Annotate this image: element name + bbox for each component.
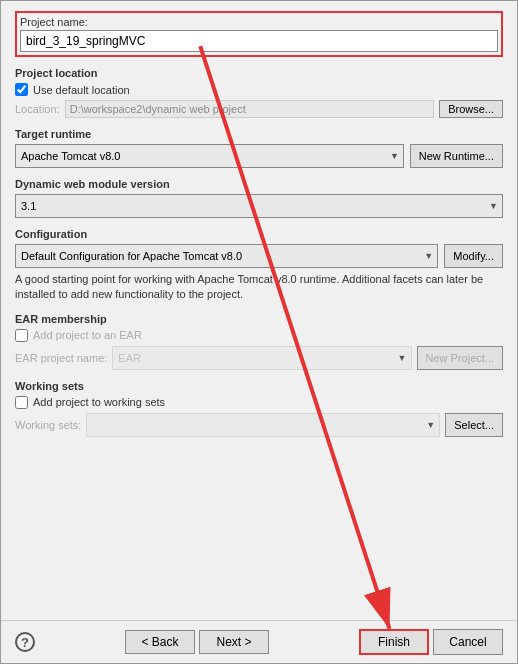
next-button[interactable]: Next >: [199, 630, 269, 654]
location-row: Location: Browse...: [15, 100, 503, 118]
location-input: [65, 100, 434, 118]
action-buttons: Finish Cancel: [359, 629, 503, 655]
dynamic-web-module-title: Dynamic web module version: [15, 178, 503, 190]
ear-membership-title: EAR membership: [15, 313, 503, 325]
add-to-working-sets-row: Add project to working sets: [15, 396, 503, 409]
config-description: A good starting point for working with A…: [15, 272, 503, 303]
target-runtime-title: Target runtime: [15, 128, 503, 140]
project-name-input[interactable]: [20, 30, 498, 52]
new-project-button[interactable]: New Project...: [417, 346, 503, 370]
dialog-buttons: ? < Back Next > Finish Cancel: [1, 620, 517, 663]
configuration-select[interactable]: Default Configuration for Apache Tomcat …: [15, 244, 438, 268]
project-location-section: Project location Use default location Lo…: [15, 67, 503, 118]
use-default-location-checkbox[interactable]: [15, 83, 28, 96]
browse-button[interactable]: Browse...: [439, 100, 503, 118]
cancel-button[interactable]: Cancel: [433, 629, 503, 655]
configuration-title: Configuration: [15, 228, 503, 240]
configuration-select-wrapper: Default Configuration for Apache Tomcat …: [15, 244, 438, 268]
new-dynamic-web-project-dialog: Project name: Project location Use defau…: [0, 0, 518, 664]
add-to-working-sets-checkbox[interactable]: [15, 396, 28, 409]
ear-name-row: EAR project name: EAR ▼ New Project...: [15, 346, 503, 370]
dynamic-web-module-section: Dynamic web module version 3.1 ▼: [15, 178, 503, 218]
select-working-sets-button[interactable]: Select...: [445, 413, 503, 437]
project-location-title: Project location: [15, 67, 503, 79]
working-sets-input-row: Working sets: ▼ Select...: [15, 413, 503, 437]
help-button[interactable]: ?: [15, 632, 35, 652]
ear-name-select-wrapper: EAR ▼: [112, 346, 411, 370]
use-default-location-label: Use default location: [33, 84, 130, 96]
project-name-label: Project name:: [20, 16, 498, 28]
add-to-ear-row: Add project to an EAR: [15, 329, 503, 342]
target-runtime-select[interactable]: Apache Tomcat v8.0: [15, 144, 404, 168]
working-sets-title: Working sets: [15, 380, 503, 392]
ear-membership-section: EAR membership Add project to an EAR EAR…: [15, 313, 503, 370]
dialog-content: Project name: Project location Use defau…: [1, 1, 517, 620]
use-default-location-row: Use default location: [15, 83, 503, 96]
dynamic-web-module-select-wrapper: 3.1 ▼: [15, 194, 503, 218]
working-sets-label: Working sets:: [15, 419, 81, 431]
ear-name-select: EAR: [112, 346, 411, 370]
finish-button[interactable]: Finish: [359, 629, 429, 655]
nav-buttons: < Back Next >: [125, 630, 269, 654]
dynamic-web-module-select[interactable]: 3.1: [15, 194, 503, 218]
target-runtime-select-wrapper: Apache Tomcat v8.0 ▼: [15, 144, 404, 168]
add-to-working-sets-label: Add project to working sets: [33, 396, 165, 408]
working-sets-section: Working sets Add project to working sets…: [15, 380, 503, 437]
add-to-ear-checkbox[interactable]: [15, 329, 28, 342]
target-runtime-row: Apache Tomcat v8.0 ▼ New Runtime...: [15, 144, 503, 168]
working-sets-select: [86, 413, 440, 437]
modify-button[interactable]: Modify...: [444, 244, 503, 268]
target-runtime-section: Target runtime Apache Tomcat v8.0 ▼ New …: [15, 128, 503, 168]
ear-name-label: EAR project name:: [15, 352, 107, 364]
new-runtime-button[interactable]: New Runtime...: [410, 144, 503, 168]
configuration-section: Configuration Default Configuration for …: [15, 228, 503, 303]
working-sets-select-wrapper: ▼: [86, 413, 440, 437]
back-button[interactable]: < Back: [125, 630, 195, 654]
configuration-row: Default Configuration for Apache Tomcat …: [15, 244, 503, 268]
project-name-section: Project name:: [15, 11, 503, 57]
location-label: Location:: [15, 103, 60, 115]
add-to-ear-label: Add project to an EAR: [33, 329, 142, 341]
